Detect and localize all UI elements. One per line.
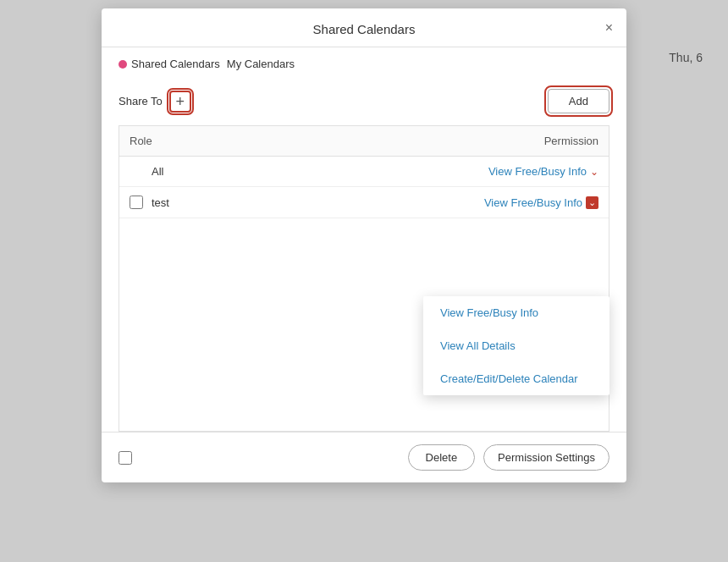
row-test-checkbox[interactable] — [130, 196, 143, 209]
dropdown-item-view-all-details[interactable]: View All Details — [423, 329, 609, 362]
row-test-role: test — [152, 196, 429, 209]
tab-my-calendars-label: My Calendars — [227, 58, 295, 70]
column-role-header: Role — [130, 135, 429, 147]
test-permission-dropdown-arrow[interactable]: ⌄ — [586, 196, 598, 209]
share-to-label: Share To — [119, 95, 163, 107]
column-permission-header: Permission — [429, 135, 598, 147]
dropdown-item-create-edit-delete[interactable]: Create/Edit/Delete Calendar — [423, 362, 609, 395]
all-permission-text[interactable]: View Free/Busy Info — [488, 165, 587, 178]
share-to-left: Share To + — [119, 91, 191, 113]
close-button[interactable]: × — [605, 21, 613, 35]
shared-calendars-dot — [119, 60, 127, 69]
permission-dropdown-menu: View Free/Busy Info View All Details Cre… — [423, 296, 609, 395]
dropdown-item-view-free-busy[interactable]: View Free/Busy Info — [423, 296, 609, 329]
tab-my-calendars[interactable]: My Calendars — [227, 58, 295, 77]
add-button[interactable]: Add — [548, 89, 609, 113]
tab-shared-calendars-label: Shared Calendars — [131, 58, 220, 70]
table-row-test: test View Free/Busy Info ⌄ — [119, 187, 609, 218]
tabs-area: Shared Calendars My Calendars — [102, 47, 626, 77]
test-permission-text[interactable]: View Free/Busy Info — [484, 196, 582, 209]
add-circle-button[interactable]: + — [169, 91, 191, 113]
delete-button[interactable]: Delete — [408, 444, 476, 471]
shared-calendars-modal: Shared Calendars × Shared Calendars My C… — [102, 8, 626, 482]
table-header: Role Permission — [119, 126, 609, 157]
all-permission-dropdown-arrow[interactable]: ⌄ — [590, 166, 598, 178]
permission-settings-button[interactable]: Permission Settings — [483, 444, 609, 471]
table-row-all: All View Free/Busy Info ⌄ — [119, 157, 609, 187]
modal-header: Shared Calendars × — [102, 8, 626, 47]
footer-checkbox[interactable] — [119, 451, 132, 465]
modal-title: Shared Calendars — [313, 22, 416, 36]
row-all-role: All — [152, 165, 429, 178]
share-to-row: Share To + Add — [102, 77, 626, 125]
modal-footer: Delete Permission Settings — [102, 432, 626, 482]
row-test-permission: View Free/Busy Info ⌄ — [429, 196, 598, 209]
tab-shared-calendars[interactable]: Shared Calendars — [119, 58, 220, 77]
row-all-permission: View Free/Busy Info ⌄ — [429, 165, 598, 178]
modal-overlay: Shared Calendars × Shared Calendars My C… — [0, 0, 728, 562]
